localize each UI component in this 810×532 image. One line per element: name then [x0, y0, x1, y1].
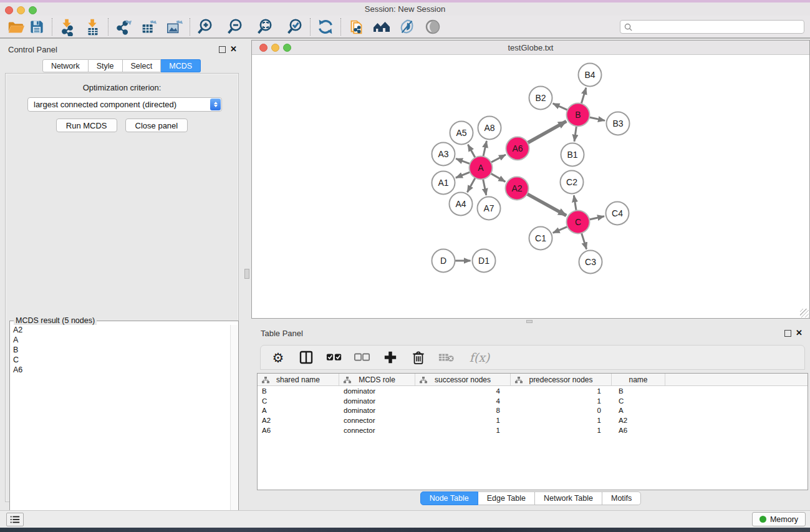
- import-table-button[interactable]: [82, 17, 104, 37]
- float-panel-icon[interactable]: [219, 46, 226, 53]
- mcds-result-item[interactable]: B: [10, 345, 229, 355]
- table-mode-button[interactable]: ⚙: [269, 349, 287, 366]
- node-B1[interactable]: B1: [561, 143, 584, 167]
- edge-A-A6[interactable]: [491, 155, 506, 162]
- first-neighbors-button[interactable]: [371, 17, 392, 37]
- edge-B-B3[interactable]: [589, 117, 605, 120]
- tab-style[interactable]: Style: [89, 59, 123, 72]
- window-resize-grip[interactable]: [800, 309, 809, 317]
- node-C1[interactable]: C1: [529, 227, 552, 250]
- table-cell[interactable]: A6: [612, 427, 665, 434]
- task-history-button[interactable]: [6, 513, 24, 526]
- node-D1[interactable]: D1: [473, 249, 496, 273]
- table-cell[interactable]: C: [258, 397, 339, 405]
- tab-edge-table[interactable]: Edge Table: [478, 491, 535, 505]
- criterion-select[interactable]: largest connected component (directed): [27, 97, 222, 112]
- mcds-result-item[interactable]: C: [10, 355, 229, 365]
- column-header-mcds-role[interactable]: MCDS role: [339, 374, 415, 385]
- edge-A6-B[interactable]: [528, 121, 566, 143]
- table-row[interactable]: A6connector11A6: [258, 425, 808, 435]
- open-session-button[interactable]: [5, 17, 26, 37]
- search-input[interactable]: [635, 21, 801, 32]
- node-B4[interactable]: B4: [579, 64, 602, 87]
- refresh-view-button[interactable]: [315, 17, 336, 37]
- node-C2[interactable]: C2: [561, 171, 584, 194]
- edge-A-A4[interactable]: [467, 178, 475, 192]
- divider-grip[interactable]: [244, 269, 249, 279]
- edge-A-A5[interactable]: [468, 145, 475, 158]
- table-cell[interactable]: B: [258, 387, 339, 395]
- float-table-panel-icon[interactable]: [784, 330, 791, 337]
- tab-select[interactable]: Select: [123, 59, 162, 72]
- node-C[interactable]: C: [567, 211, 590, 234]
- select-all-button[interactable]: [325, 349, 343, 366]
- table-cell[interactable]: A6: [258, 427, 339, 434]
- delete-columns-button[interactable]: [410, 349, 427, 366]
- tab-node-table[interactable]: Node Table: [420, 491, 478, 505]
- node-C4[interactable]: C4: [606, 202, 629, 225]
- horizontal-divider-grip[interactable]: [526, 320, 533, 323]
- zoom-out-button[interactable]: [224, 17, 246, 37]
- network-from-selection-button[interactable]: [345, 17, 367, 37]
- table-cell[interactable]: 4: [415, 397, 511, 405]
- tab-network[interactable]: Network: [42, 59, 89, 72]
- run-mcds-button[interactable]: Run MCDS: [56, 118, 117, 132]
- export-network-button[interactable]: [113, 17, 134, 37]
- table-cell[interactable]: 1: [511, 387, 612, 395]
- mcds-result-item[interactable]: A2: [10, 325, 229, 335]
- zoom-selected-button[interactable]: [284, 17, 306, 37]
- column-header-name[interactable]: name: [612, 374, 665, 385]
- node-B[interactable]: B: [567, 104, 590, 127]
- table-cell[interactable]: A: [612, 407, 665, 414]
- graphics-details-button[interactable]: [397, 17, 418, 37]
- show-hide-panel-button[interactable]: [422, 17, 443, 37]
- edge-A-A7[interactable]: [483, 179, 486, 195]
- edge-C-C2[interactable]: [574, 195, 576, 210]
- table-cell[interactable]: A2: [258, 417, 339, 424]
- result-scrollbar[interactable]: [230, 325, 238, 532]
- node-A8[interactable]: A8: [478, 117, 501, 140]
- show-columns-button[interactable]: [297, 349, 315, 366]
- delete-table-button[interactable]: [438, 349, 455, 366]
- table-cell[interactable]: A2: [612, 417, 665, 424]
- table-cell[interactable]: 1: [511, 417, 612, 424]
- zoom-in-button[interactable]: [195, 17, 216, 37]
- table-cell[interactable]: 1: [415, 427, 511, 434]
- node-B3[interactable]: B3: [607, 112, 630, 135]
- node-A7[interactable]: A7: [478, 197, 501, 220]
- column-header-shared-name[interactable]: shared name: [258, 374, 339, 385]
- edge-C-C4[interactable]: [589, 216, 604, 220]
- node-A6[interactable]: A6: [506, 137, 529, 160]
- table-cell[interactable]: 1: [415, 417, 511, 424]
- node-D[interactable]: D: [432, 249, 455, 273]
- save-session-button[interactable]: [26, 17, 47, 37]
- edge-B-B4[interactable]: [581, 88, 586, 104]
- tab-motifs[interactable]: Motifs: [602, 491, 641, 505]
- close-panel-icon[interactable]: ✕: [230, 44, 237, 54]
- tab-mcds[interactable]: MCDS: [161, 59, 201, 72]
- column-header-predecessor-nodes[interactable]: predecessor nodes: [511, 374, 612, 385]
- node-A5[interactable]: A5: [450, 122, 473, 145]
- close-table-panel-icon[interactable]: ✕: [796, 328, 803, 338]
- node-A[interactable]: A: [470, 157, 493, 180]
- edge-B-B2[interactable]: [553, 104, 568, 110]
- mcds-result-item[interactable]: A: [10, 335, 229, 345]
- panel-divider[interactable]: [243, 39, 251, 510]
- node-A2[interactable]: A2: [506, 177, 529, 200]
- table-cell[interactable]: B: [612, 387, 665, 395]
- table-cell[interactable]: dominator: [339, 407, 415, 414]
- table-row[interactable]: Cdominator41C: [258, 396, 808, 406]
- table-cell[interactable]: dominator: [339, 387, 415, 395]
- node-A1[interactable]: A1: [432, 172, 455, 195]
- table-cell[interactable]: 1: [511, 427, 612, 434]
- deselect-all-button[interactable]: [354, 349, 371, 366]
- table-cell[interactable]: 4: [415, 387, 511, 395]
- import-network-button[interactable]: [57, 17, 78, 37]
- table-row[interactable]: A2connector11A2: [258, 415, 808, 425]
- mcds-result-item[interactable]: A6: [10, 365, 229, 375]
- table-row[interactable]: Adominator80A: [258, 406, 808, 416]
- table-cell[interactable]: 0: [511, 407, 612, 414]
- node-A4[interactable]: A4: [450, 193, 473, 216]
- table-cell[interactable]: A: [258, 407, 339, 414]
- tab-network-table[interactable]: Network Table: [535, 491, 602, 505]
